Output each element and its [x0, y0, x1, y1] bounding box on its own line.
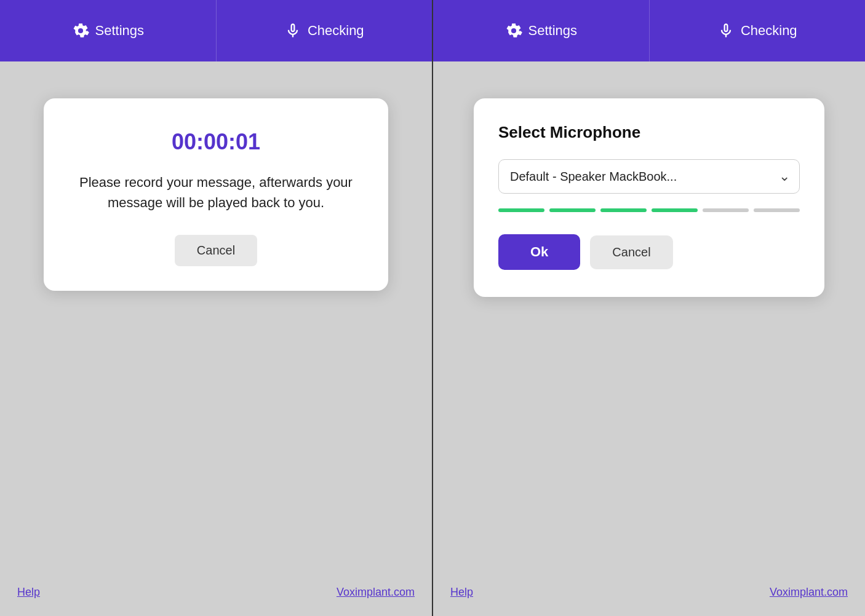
left-voximplant-link[interactable]: Voximplant.com: [337, 586, 415, 599]
ok-button[interactable]: Ok: [498, 234, 580, 270]
left-checking-tab[interactable]: Checking: [217, 0, 432, 61]
right-help-link[interactable]: Help: [450, 586, 473, 599]
microphone-icon-right: [717, 22, 735, 39]
left-settings-label: Settings: [95, 23, 145, 39]
select-mic-card: Select Microphone Default - Speaker Mack…: [474, 98, 824, 297]
vol-bar-1: [498, 208, 544, 212]
vol-bar-5: [703, 208, 749, 212]
mic-select-dropdown[interactable]: Default - Speaker MackBook...: [498, 159, 800, 194]
recording-card: 00:00:01 Please record your message, aft…: [44, 98, 388, 291]
left-checking-label: Checking: [308, 23, 364, 39]
gear-icon: [72, 22, 89, 39]
right-settings-tab[interactable]: Settings: [433, 0, 650, 61]
left-footer: Help Voximplant.com: [0, 586, 432, 616]
right-checking-label: Checking: [741, 23, 797, 39]
microphone-icon: [284, 22, 301, 39]
select-mic-title: Select Microphone: [498, 123, 800, 142]
action-buttons: Ok Cancel: [498, 234, 800, 270]
recording-message: Please record your message, afterwards y…: [74, 172, 357, 213]
left-cancel-button[interactable]: Cancel: [175, 235, 257, 266]
right-header: Settings Checking: [433, 0, 865, 61]
left-header: Settings Checking: [0, 0, 432, 61]
right-panel: Settings Checking Select Microphone Defa…: [433, 0, 865, 616]
vol-bar-2: [549, 208, 596, 212]
timer-display: 00:00:01: [74, 129, 357, 155]
right-checking-tab[interactable]: Checking: [650, 0, 866, 61]
volume-meter: [498, 206, 800, 215]
vol-bar-3: [600, 208, 647, 212]
right-cancel-button[interactable]: Cancel: [590, 235, 672, 269]
left-panel: Settings Checking 00:00:01 Please record…: [0, 0, 433, 616]
mic-select-wrapper: Default - Speaker MackBook... ⌄: [498, 159, 800, 194]
left-help-link[interactable]: Help: [17, 586, 40, 599]
vol-bar-4: [652, 208, 698, 212]
left-settings-tab[interactable]: Settings: [0, 0, 217, 61]
right-content: Select Microphone Default - Speaker Mack…: [433, 61, 865, 586]
gear-icon-right: [505, 22, 522, 39]
right-settings-label: Settings: [528, 23, 578, 39]
left-content: 00:00:01 Please record your message, aft…: [0, 61, 432, 586]
vol-bar-6: [754, 208, 800, 212]
right-footer: Help Voximplant.com: [433, 586, 865, 616]
right-voximplant-link[interactable]: Voximplant.com: [770, 586, 848, 599]
